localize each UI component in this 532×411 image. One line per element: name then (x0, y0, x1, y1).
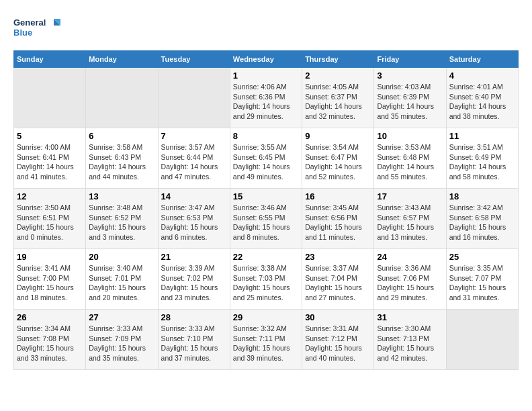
day-info: Sunrise: 3:35 AMSunset: 7:07 PMDaylight:… (449, 263, 515, 303)
day-info: Sunrise: 3:40 AMSunset: 7:01 PMDaylight:… (89, 263, 154, 303)
header-monday: Monday (86, 51, 158, 68)
day-number: 20 (89, 252, 154, 262)
calendar-cell: 16Sunrise: 3:45 AMSunset: 6:56 PMDayligh… (302, 189, 374, 249)
svg-text:General: General (13, 17, 46, 28)
day-number: 6 (89, 131, 154, 141)
calendar-cell: 21Sunrise: 3:39 AMSunset: 7:02 PMDayligh… (158, 249, 230, 310)
week-row: 12Sunrise: 3:50 AMSunset: 6:51 PMDayligh… (14, 189, 519, 249)
header-sunday: Sunday (14, 51, 86, 68)
day-number: 18 (449, 191, 515, 201)
day-number: 14 (161, 191, 227, 201)
header-saturday: Saturday (446, 51, 518, 68)
week-row: 19Sunrise: 3:41 AMSunset: 7:00 PMDayligh… (14, 249, 519, 310)
logo-svg: General Blue (13, 13, 60, 44)
day-info: Sunrise: 3:36 AMSunset: 7:06 PMDaylight:… (377, 263, 443, 303)
day-info: Sunrise: 4:01 AMSunset: 6:40 PMDaylight:… (449, 82, 515, 122)
day-info: Sunrise: 3:39 AMSunset: 7:02 PMDaylight:… (161, 263, 227, 303)
day-info: Sunrise: 3:48 AMSunset: 6:52 PMDaylight:… (89, 203, 154, 242)
day-info: Sunrise: 3:57 AMSunset: 6:44 PMDaylight:… (161, 142, 227, 182)
calendar-cell: 1Sunrise: 4:06 AMSunset: 6:36 PMDaylight… (230, 68, 302, 128)
day-info: Sunrise: 3:31 AMSunset: 7:12 PMDaylight:… (305, 324, 371, 363)
day-number: 9 (305, 131, 371, 141)
calendar-cell: 14Sunrise: 3:47 AMSunset: 6:53 PMDayligh… (158, 189, 230, 249)
day-info: Sunrise: 4:06 AMSunset: 6:36 PMDaylight:… (233, 82, 299, 122)
header-wednesday: Wednesday (230, 51, 302, 68)
calendar-cell: 26Sunrise: 3:34 AMSunset: 7:08 PMDayligh… (14, 310, 86, 370)
week-row: 1Sunrise: 4:06 AMSunset: 6:36 PMDaylight… (14, 68, 519, 128)
day-number: 12 (17, 191, 83, 201)
day-info: Sunrise: 3:54 AMSunset: 6:47 PMDaylight:… (305, 142, 371, 182)
day-info: Sunrise: 3:45 AMSunset: 6:56 PMDaylight:… (305, 203, 371, 242)
calendar-table: SundayMondayTuesdayWednesdayThursdayFrid… (13, 50, 519, 370)
calendar-cell: 23Sunrise: 3:37 AMSunset: 7:04 PMDayligh… (302, 249, 374, 310)
calendar-cell: 18Sunrise: 3:42 AMSunset: 6:58 PMDayligh… (446, 189, 518, 249)
calendar-cell: 6Sunrise: 3:58 AMSunset: 6:43 PMDaylight… (86, 128, 158, 189)
calendar-cell: 25Sunrise: 3:35 AMSunset: 7:07 PMDayligh… (446, 249, 518, 310)
day-number: 16 (305, 191, 371, 201)
header-thursday: Thursday (302, 51, 374, 68)
day-number: 21 (161, 252, 227, 262)
calendar-cell: 9Sunrise: 3:54 AMSunset: 6:47 PMDaylight… (302, 128, 374, 189)
day-number: 28 (161, 312, 227, 322)
day-info: Sunrise: 3:41 AMSunset: 7:00 PMDaylight:… (17, 263, 83, 303)
day-number: 27 (89, 312, 154, 322)
day-number: 17 (377, 191, 443, 201)
day-number: 5 (17, 131, 83, 141)
day-number: 24 (377, 252, 443, 262)
week-row: 26Sunrise: 3:34 AMSunset: 7:08 PMDayligh… (14, 310, 519, 370)
calendar-cell (14, 68, 86, 128)
calendar-cell: 15Sunrise: 3:46 AMSunset: 6:55 PMDayligh… (230, 189, 302, 249)
day-info: Sunrise: 3:37 AMSunset: 7:04 PMDaylight:… (305, 263, 371, 303)
day-number: 26 (17, 312, 83, 322)
day-info: Sunrise: 3:55 AMSunset: 6:45 PMDaylight:… (233, 142, 299, 182)
day-info: Sunrise: 3:32 AMSunset: 7:11 PMDaylight:… (233, 324, 299, 363)
calendar-cell: 24Sunrise: 3:36 AMSunset: 7:06 PMDayligh… (374, 249, 446, 310)
day-number: 29 (233, 312, 299, 322)
calendar-cell: 28Sunrise: 3:33 AMSunset: 7:10 PMDayligh… (158, 310, 230, 370)
day-info: Sunrise: 3:34 AMSunset: 7:08 PMDaylight:… (17, 324, 83, 363)
day-info: Sunrise: 4:03 AMSunset: 6:39 PMDaylight:… (377, 82, 443, 122)
day-info: Sunrise: 3:50 AMSunset: 6:51 PMDaylight:… (17, 203, 83, 242)
day-info: Sunrise: 3:47 AMSunset: 6:53 PMDaylight:… (161, 203, 227, 242)
calendar-cell: 4Sunrise: 4:01 AMSunset: 6:40 PMDaylight… (446, 68, 518, 128)
day-number: 3 (377, 71, 443, 81)
calendar-cell: 8Sunrise: 3:55 AMSunset: 6:45 PMDaylight… (230, 128, 302, 189)
day-info: Sunrise: 4:05 AMSunset: 6:37 PMDaylight:… (305, 82, 371, 122)
day-info: Sunrise: 3:58 AMSunset: 6:43 PMDaylight:… (89, 142, 154, 182)
calendar-cell: 13Sunrise: 3:48 AMSunset: 6:52 PMDayligh… (86, 189, 158, 249)
logo: General Blue (13, 13, 60, 44)
day-number: 30 (305, 312, 371, 322)
day-info: Sunrise: 3:38 AMSunset: 7:03 PMDaylight:… (233, 263, 299, 303)
calendar-cell: 19Sunrise: 3:41 AMSunset: 7:00 PMDayligh… (14, 249, 86, 310)
calendar-cell: 10Sunrise: 3:53 AMSunset: 6:48 PMDayligh… (374, 128, 446, 189)
day-info: Sunrise: 3:30 AMSunset: 7:13 PMDaylight:… (377, 324, 443, 363)
svg-text:Blue: Blue (13, 28, 32, 38)
day-number: 4 (449, 71, 515, 81)
header-row: SundayMondayTuesdayWednesdayThursdayFrid… (14, 51, 519, 68)
day-info: Sunrise: 3:42 AMSunset: 6:58 PMDaylight:… (449, 203, 515, 242)
page-header: General Blue (13, 13, 519, 44)
calendar-cell (446, 310, 518, 370)
day-number: 13 (89, 191, 154, 201)
calendar-cell: 17Sunrise: 3:43 AMSunset: 6:57 PMDayligh… (374, 189, 446, 249)
day-number: 11 (449, 131, 515, 141)
day-info: Sunrise: 3:51 AMSunset: 6:49 PMDaylight:… (449, 142, 515, 182)
calendar-cell: 30Sunrise: 3:31 AMSunset: 7:12 PMDayligh… (302, 310, 374, 370)
calendar-cell: 22Sunrise: 3:38 AMSunset: 7:03 PMDayligh… (230, 249, 302, 310)
calendar-cell: 5Sunrise: 4:00 AMSunset: 6:41 PMDaylight… (14, 128, 86, 189)
day-number: 23 (305, 252, 371, 262)
calendar-cell: 11Sunrise: 3:51 AMSunset: 6:49 PMDayligh… (446, 128, 518, 189)
day-number: 15 (233, 191, 299, 201)
calendar-cell: 27Sunrise: 3:33 AMSunset: 7:09 PMDayligh… (86, 310, 158, 370)
day-number: 1 (233, 71, 299, 81)
day-info: Sunrise: 3:43 AMSunset: 6:57 PMDaylight:… (377, 203, 443, 242)
day-number: 22 (233, 252, 299, 262)
header-tuesday: Tuesday (158, 51, 230, 68)
day-info: Sunrise: 4:00 AMSunset: 6:41 PMDaylight:… (17, 142, 83, 182)
calendar-cell: 3Sunrise: 4:03 AMSunset: 6:39 PMDaylight… (374, 68, 446, 128)
calendar-cell: 12Sunrise: 3:50 AMSunset: 6:51 PMDayligh… (14, 189, 86, 249)
calendar-cell (158, 68, 230, 128)
day-info: Sunrise: 3:33 AMSunset: 7:09 PMDaylight:… (89, 324, 154, 363)
calendar-cell: 29Sunrise: 3:32 AMSunset: 7:11 PMDayligh… (230, 310, 302, 370)
calendar-cell: 2Sunrise: 4:05 AMSunset: 6:37 PMDaylight… (302, 68, 374, 128)
